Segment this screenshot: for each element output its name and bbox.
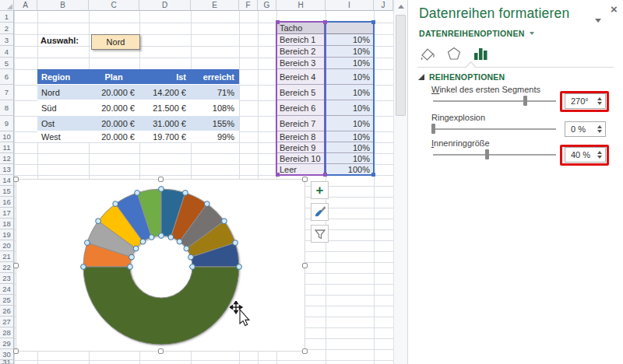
range-handle[interactable] — [276, 173, 280, 177]
range-handle[interactable] — [371, 173, 375, 177]
tacho-cell[interactable]: 10% — [326, 69, 374, 85]
tacho-cell[interactable]: 10% — [326, 153, 374, 164]
slider-track[interactable] — [433, 100, 556, 102]
region-cell[interactable]: 20.000 € — [89, 116, 139, 131]
spin-up-icon[interactable] — [597, 97, 602, 100]
tacho-cell[interactable]: Leer — [276, 164, 326, 175]
slider-thumb[interactable] — [485, 149, 489, 159]
selection-handle[interactable] — [233, 240, 238, 246]
row-header-31[interactable]: 31 — [0, 360, 14, 364]
tacho-header-cell[interactable] — [326, 23, 374, 34]
column-header-B[interactable]: B — [37, 0, 89, 11]
tacho-cell[interactable]: 10% — [326, 116, 374, 131]
series-options-dropdown[interactable]: DATENREIHENOPTIONEN — [419, 29, 534, 38]
region-cell[interactable]: 20.000 € — [89, 131, 139, 142]
tacho-cell[interactable]: Bereich 3 — [276, 58, 326, 69]
selection-handle[interactable] — [190, 264, 195, 270]
row-header-27[interactable]: 27 — [0, 317, 14, 327]
region-header-cell[interactable]: erreicht — [191, 69, 239, 85]
chart-filters-button[interactable] — [311, 225, 329, 243]
region-cell[interactable]: Ost — [37, 116, 89, 131]
row-header-5[interactable]: 5 — [0, 58, 14, 69]
selection-handle[interactable] — [184, 246, 189, 251]
column-header-D[interactable]: D — [139, 0, 191, 11]
row-header-29[interactable]: 29 — [0, 338, 14, 349]
tacho-cell[interactable]: Bereich 7 — [276, 116, 326, 131]
scrollbar-thumb[interactable] — [396, 15, 406, 116]
explosion-input[interactable]: 0 % — [565, 121, 606, 137]
tacho-cell[interactable]: 10% — [326, 34, 374, 46]
row-header-15[interactable]: 15 — [0, 186, 14, 197]
selection-handle[interactable] — [168, 235, 174, 240]
row-header-13[interactable]: 13 — [0, 164, 14, 175]
selection-handle[interactable] — [159, 187, 164, 192]
region-cell[interactable]: West — [37, 131, 89, 142]
row-header-18[interactable]: 18 — [0, 219, 14, 229]
selection-handle[interactable] — [149, 235, 154, 240]
row-header-4[interactable]: 4 — [0, 46, 14, 58]
tacho-cell[interactable]: Bereich 10 — [276, 153, 326, 164]
tab-series-options[interactable] — [470, 43, 491, 64]
group-reihenoptionen[interactable]: REIHENOPTIONEN — [418, 72, 505, 82]
chart-resize-handle[interactable] — [302, 348, 308, 354]
column-header-J[interactable]: J — [374, 0, 393, 11]
row-header-28[interactable]: 28 — [0, 327, 14, 338]
range-handle[interactable] — [323, 20, 327, 24]
region-cell[interactable]: 19.700 € — [139, 131, 191, 142]
column-header-C[interactable]: C — [89, 0, 139, 11]
spin-down-icon[interactable] — [597, 130, 602, 133]
range-handle[interactable] — [276, 20, 280, 24]
chart-resize-handle[interactable] — [302, 263, 308, 268]
selection-handle[interactable] — [133, 246, 139, 251]
tab-effects[interactable] — [443, 43, 464, 64]
tacho-cell[interactable]: 10% — [326, 131, 374, 142]
close-icon[interactable]: × — [611, 2, 618, 16]
vertical-scrollbar[interactable] — [393, 0, 407, 364]
slider-track[interactable] — [433, 154, 556, 156]
selection-handle[interactable] — [183, 191, 188, 196]
column-header-G[interactable]: G — [258, 0, 276, 11]
chart-styles-button[interactable] — [311, 203, 329, 221]
donut-segment-leer[interactable] — [83, 267, 239, 345]
column-header-I[interactable]: I — [326, 0, 374, 11]
row-header-8[interactable]: 8 — [0, 100, 14, 116]
region-cell[interactable]: Nord — [37, 85, 89, 100]
column-header-F[interactable]: F — [239, 0, 258, 11]
region-header-cell[interactable]: Region — [37, 69, 89, 85]
selection-handle[interactable] — [128, 264, 133, 270]
row-header-24[interactable]: 24 — [0, 284, 14, 295]
spin-up-icon[interactable] — [597, 151, 602, 154]
chart-elements-button[interactable]: + — [311, 181, 329, 199]
spin-down-icon[interactable] — [597, 102, 602, 105]
row-header-17[interactable]: 17 — [0, 208, 14, 219]
auswahl-dropdown-cell[interactable]: Nord — [91, 34, 140, 50]
tacho-cell[interactable]: Bereich 9 — [276, 142, 326, 153]
region-cell[interactable]: 99% — [191, 131, 239, 142]
region-cell[interactable]: 155% — [191, 116, 239, 131]
selection-handle[interactable] — [177, 239, 182, 244]
chart-resize-handle[interactable] — [13, 263, 19, 268]
selection-handle[interactable] — [204, 201, 209, 207]
range-handle[interactable] — [323, 173, 327, 177]
region-cell[interactable]: 108% — [191, 100, 239, 116]
row-header-20[interactable]: 20 — [0, 240, 14, 251]
slider-track[interactable] — [433, 128, 556, 130]
region-cell[interactable]: 14.200 € — [139, 85, 191, 100]
scroll-up-button[interactable] — [394, 0, 408, 13]
tab-fill-line[interactable] — [417, 43, 438, 64]
row-header-12[interactable]: 12 — [0, 153, 14, 164]
selection-handle[interactable] — [129, 254, 135, 260]
range-handle[interactable] — [371, 20, 375, 24]
selection-handle[interactable] — [237, 264, 242, 270]
donut-chart[interactable] — [16, 180, 304, 351]
region-cell[interactable]: 71% — [191, 85, 239, 100]
spin-up-icon[interactable] — [597, 125, 602, 128]
chart-resize-handle[interactable] — [13, 177, 19, 182]
chart-resize-handle[interactable] — [158, 348, 164, 354]
selection-handle[interactable] — [135, 191, 140, 196]
row-header-3[interactable]: 3 — [0, 34, 14, 46]
region-header-cell[interactable]: Plan — [89, 69, 139, 85]
tacho-cell[interactable]: Bereich 5 — [276, 85, 326, 100]
row-header-26[interactable]: 26 — [0, 306, 14, 317]
region-cell[interactable]: 20.000 € — [89, 85, 139, 100]
